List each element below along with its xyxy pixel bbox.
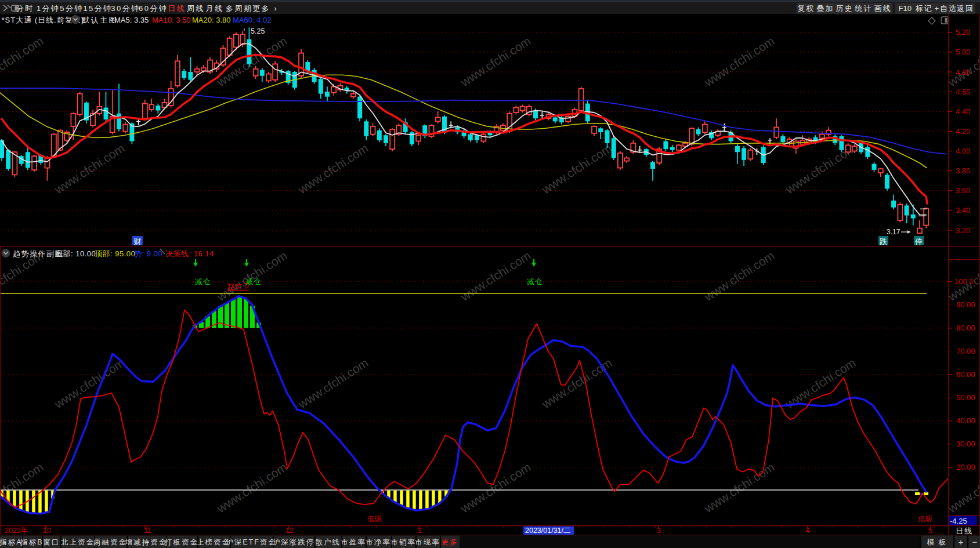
svg-text:5.20: 5.20 xyxy=(956,28,970,37)
svg-text:标记: 标记 xyxy=(916,4,933,13)
svg-text:沪深涨跌停: 沪深涨跌停 xyxy=(273,538,315,546)
svg-text:MA10: 3.50: MA10: 3.50 xyxy=(152,16,191,24)
svg-text:30.00: 30.00 xyxy=(956,440,975,448)
svg-text:历史: 历史 xyxy=(836,4,853,13)
svg-text:统计: 统计 xyxy=(855,4,873,13)
svg-text:70.00: 70.00 xyxy=(956,347,975,355)
svg-text:沪深ETF资金: 沪深ETF资金 xyxy=(226,538,277,546)
svg-text:市销率: 市销率 xyxy=(390,538,416,546)
svg-text:2022年: 2022年 xyxy=(5,527,28,535)
svg-text:15分钟: 15分钟 xyxy=(83,4,112,13)
svg-text:1分钟: 1分钟 xyxy=(37,4,60,13)
svg-text:4.60: 4.60 xyxy=(956,88,970,96)
svg-text:低吸: 低吸 xyxy=(918,515,933,523)
svg-text:日线: 日线 xyxy=(956,527,973,535)
svg-text:底部: 10.00: 底部: 10.00 xyxy=(55,249,96,258)
svg-text:市现率: 市现率 xyxy=(415,538,440,546)
svg-text:F10: F10 xyxy=(898,4,911,13)
svg-text:30分钟: 30分钟 xyxy=(111,4,140,13)
svg-text:月线: 月线 xyxy=(206,4,224,13)
svg-text:多周期: 多周期 xyxy=(226,4,253,13)
svg-text:60.00: 60.00 xyxy=(956,370,975,379)
svg-text:两融资金: 两融资金 xyxy=(93,538,127,546)
svg-text:默认主图: 默认主图 xyxy=(82,16,118,24)
svg-text:低吸: 低吸 xyxy=(367,515,382,523)
svg-text:100.0: 100.0 xyxy=(954,277,974,286)
svg-text:4.40: 4.40 xyxy=(956,107,970,116)
svg-text:3.17: 3.17 xyxy=(887,228,901,236)
svg-text:日线: 日线 xyxy=(168,4,186,13)
svg-text:周线: 周线 xyxy=(187,4,205,13)
svg-text:-4.25: -4.25 xyxy=(950,517,967,525)
svg-text:返回: 返回 xyxy=(957,4,974,13)
svg-text:市盈率: 市盈率 xyxy=(341,538,366,546)
svg-text:90.00: 90.00 xyxy=(956,300,975,309)
svg-text:赵红卫: 赵红卫 xyxy=(227,282,250,291)
svg-text:5分钟: 5分钟 xyxy=(60,4,84,13)
svg-text:50.00: 50.00 xyxy=(956,393,975,402)
svg-text:3.80: 3.80 xyxy=(956,166,970,175)
svg-text:2023/01/31/二: 2023/01/31/二 xyxy=(525,527,571,535)
svg-text:决策线: 16.14: 决策线: 16.14 xyxy=(165,249,214,258)
svg-text:打板资金: 打板资金 xyxy=(164,538,198,546)
svg-text:指标A: 指标A xyxy=(0,538,23,546)
svg-text:北上资金: 北上资金 xyxy=(61,538,95,546)
svg-text:市净率: 市净率 xyxy=(366,538,391,546)
svg-text:MA20: 3.80: MA20: 3.80 xyxy=(192,16,231,24)
svg-text:20.00: 20.00 xyxy=(956,463,975,471)
svg-text:60分钟: 60分钟 xyxy=(139,4,168,13)
svg-text:1: 1 xyxy=(418,527,422,535)
svg-text:顶部: 95.00: 顶部: 95.00 xyxy=(95,249,135,258)
svg-text:MA5: 3.35: MA5: 3.35 xyxy=(114,16,149,24)
svg-text:3.20: 3.20 xyxy=(956,226,970,235)
svg-text:MA60: 4.02: MA60: 4.02 xyxy=(233,16,272,24)
svg-text:势: 9.00: 势: 9.00 xyxy=(134,249,162,258)
svg-text:5.00: 5.00 xyxy=(956,48,970,56)
svg-text:更多 ›: 更多 › xyxy=(252,4,278,13)
svg-text:叠加: 叠加 xyxy=(816,4,834,13)
svg-text:40.00: 40.00 xyxy=(956,416,975,425)
svg-text:复权: 复权 xyxy=(797,4,815,13)
svg-text:散户线: 散户线 xyxy=(315,538,341,546)
svg-text:更多: 更多 xyxy=(442,538,458,546)
svg-text:分时: 分时 xyxy=(16,4,34,13)
svg-text:3.40: 3.40 xyxy=(956,206,970,215)
svg-text:减仓: 减仓 xyxy=(195,277,211,286)
svg-text:4.00: 4.00 xyxy=(956,147,970,155)
svg-text:5.25: 5.25 xyxy=(251,27,265,35)
svg-text:画线: 画线 xyxy=(874,4,892,13)
svg-text:+自选: +自选 xyxy=(935,4,958,13)
svg-text:4.80: 4.80 xyxy=(956,68,970,77)
svg-text:窗口: 窗口 xyxy=(44,538,60,546)
svg-text:4.20: 4.20 xyxy=(956,127,970,136)
svg-text:停: 停 xyxy=(915,237,923,246)
svg-text:跌: 跌 xyxy=(880,237,887,246)
svg-text:3.60: 3.60 xyxy=(956,186,970,195)
svg-text:减仓: 减仓 xyxy=(527,277,543,286)
svg-text:80.00: 80.00 xyxy=(956,324,975,332)
svg-text:模 板: 模 板 xyxy=(927,538,947,546)
svg-text:−: − xyxy=(972,537,978,547)
svg-text:10: 10 xyxy=(43,527,51,535)
svg-text:12: 12 xyxy=(285,527,294,535)
svg-text:指标B: 指标B xyxy=(20,538,43,546)
svg-text:增减持资金: 增减持资金 xyxy=(125,538,168,546)
svg-text:+: + xyxy=(959,537,964,547)
svg-text:财: 财 xyxy=(134,237,142,246)
